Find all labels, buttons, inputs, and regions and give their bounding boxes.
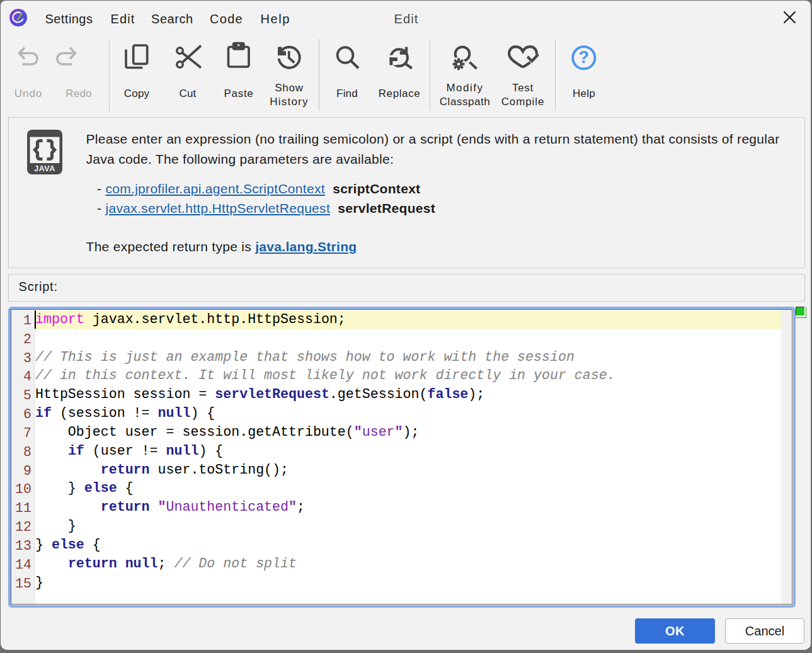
svg-text:JAVA: JAVA xyxy=(34,164,55,173)
